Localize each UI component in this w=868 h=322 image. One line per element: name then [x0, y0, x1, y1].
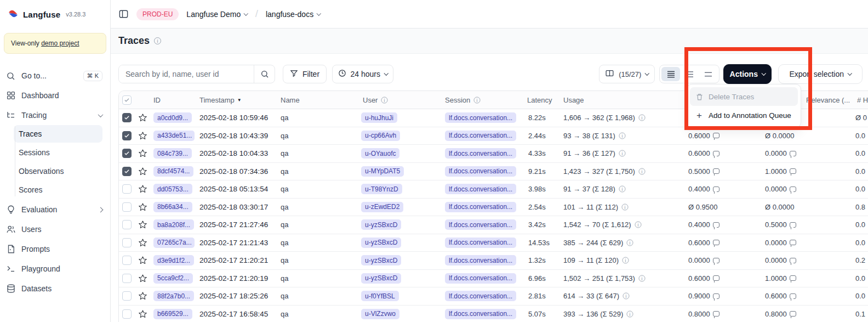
actions-button[interactable]: Actions [723, 64, 772, 84]
time-range-button[interactable]: 24 hours [332, 65, 393, 83]
row-checkbox[interactable] [122, 309, 132, 319]
comment-bubble-icon[interactable] [790, 168, 796, 174]
session-id-badge[interactable]: lf.docs.conversation... [445, 148, 516, 159]
project-switcher[interactable]: langfuse-docs [266, 10, 321, 19]
table-row[interactable]: 88f2a7b0...2025-02-17 18:25:26qau-f0YfBS… [119, 287, 868, 306]
comment-bubble-icon[interactable] [713, 151, 719, 156]
row-checkbox[interactable] [122, 291, 132, 301]
row-checkbox[interactable] [122, 256, 132, 265]
comment-bubble-icon[interactable] [713, 275, 719, 281]
column-header-session[interactable]: Session [445, 96, 470, 104]
trace-id-badge[interactable]: 5cca9cf2... [153, 273, 193, 284]
session-id-badge[interactable]: lf.docs.conversation... [445, 255, 516, 265]
trace-id-badge[interactable]: 88f2a7b0... [153, 291, 194, 301]
user-id-badge[interactable]: u-yzSBxcD [361, 255, 401, 265]
row-height-large-button[interactable] [699, 67, 717, 81]
comment-bubble-icon[interactable] [713, 133, 719, 138]
search-icon[interactable] [254, 65, 275, 83]
row-checkbox[interactable] [122, 274, 132, 283]
column-header-count[interactable]: # H [857, 96, 868, 104]
sidebar-item-dashboard[interactable]: Dashboard [0, 86, 110, 105]
user-id-badge[interactable]: u-yzSBxcD [361, 219, 401, 230]
sidebar-item-evaluation[interactable]: Evaluation [0, 200, 110, 219]
search-input[interactable] [119, 65, 249, 83]
user-id-badge[interactable]: u-cp66Avh [361, 131, 400, 141]
trace-id-badge[interactable]: b669529... [153, 309, 192, 319]
bookmark-star-icon[interactable] [138, 113, 147, 122]
bookmark-star-icon[interactable] [138, 256, 147, 265]
column-header-user[interactable]: User [363, 96, 378, 104]
column-header-timestamp[interactable]: Timestamp [199, 96, 235, 104]
goto-search[interactable]: Go to... ⌘ K [0, 66, 110, 86]
row-checkbox[interactable] [122, 238, 132, 247]
table-row[interactable]: 8dcf4574...2025-02-18 07:34:36qau-MYpDAT… [119, 163, 868, 181]
session-id-badge[interactable]: lf.docs.conversation... [445, 291, 516, 301]
bookmark-star-icon[interactable] [138, 184, 147, 194]
comment-bubble-icon[interactable] [790, 240, 796, 245]
trace-id-badge[interactable]: 8dcf4574... [153, 166, 193, 177]
trace-id-badge[interactable]: a0cd0d9... [153, 112, 192, 123]
user-id-badge[interactable]: u-zEwdED2 [361, 202, 403, 212]
comment-bubble-icon[interactable] [713, 187, 719, 192]
session-id-badge[interactable]: lf.docs.conversation... [445, 166, 516, 177]
column-header-name[interactable]: Name [281, 96, 300, 104]
select-all-checkbox[interactable] [122, 95, 132, 105]
sidebar-item-scores[interactable]: Scores [14, 181, 102, 199]
row-checkbox[interactable] [122, 184, 132, 194]
row-height-medium-button[interactable] [680, 67, 699, 81]
session-id-badge[interactable]: lf.docs.conversation... [445, 238, 516, 248]
comment-bubble-icon[interactable] [713, 240, 719, 245]
trace-id-badge[interactable]: ba8a208f... [153, 219, 194, 230]
table-row[interactable]: b669529...2025-02-17 16:58:45qau-VlZzvwo… [119, 306, 868, 322]
comment-bubble-icon[interactable] [790, 258, 796, 263]
row-checkbox[interactable] [122, 220, 132, 229]
comment-bubble-icon[interactable] [790, 187, 796, 192]
sidebar-item-observations[interactable]: Observations [14, 162, 102, 180]
sidebar-item-users[interactable]: Users [0, 219, 110, 239]
sidebar-item-datasets[interactable]: Datasets [0, 279, 110, 298]
trace-id-badge[interactable]: dd05753... [153, 184, 192, 194]
table-row[interactable]: d3e9d1f2...2025-02-17 21:20:21qau-yzSBxc… [119, 252, 868, 270]
comment-bubble-icon[interactable] [790, 311, 796, 317]
row-checkbox[interactable] [122, 167, 132, 176]
comment-bubble-icon[interactable] [790, 151, 796, 156]
trace-id-badge[interactable]: a433de51... [153, 131, 195, 141]
bookmark-star-icon[interactable] [138, 149, 147, 158]
session-id-badge[interactable]: lf.docs.conversation... [445, 219, 516, 230]
user-id-badge[interactable]: u-MYpDAT5 [361, 166, 404, 177]
row-checkbox[interactable] [122, 131, 132, 140]
session-id-badge[interactable]: lf.docs.conversation... [445, 309, 516, 319]
user-id-badge[interactable]: u-f0YfBSL [361, 291, 399, 301]
table-row[interactable]: a433de51...2025-02-18 10:43:39qau-cp66Av… [119, 127, 868, 145]
search-box[interactable] [118, 65, 275, 83]
session-id-badge[interactable]: lf.docs.conversation... [445, 273, 516, 284]
org-switcher[interactable]: Langfuse Demo [186, 10, 247, 19]
bookmark-star-icon[interactable] [138, 274, 147, 283]
column-header-usage[interactable]: Usage [563, 96, 584, 104]
comment-bubble-icon[interactable] [713, 222, 719, 228]
menu-item-add-to-annotation-queue[interactable]: +Add to Annotation Queue [690, 106, 798, 125]
sidebar-item-playground[interactable]: Playground [0, 259, 110, 279]
table-row[interactable]: ba8a208f...2025-02-17 21:27:46qau-yzSBxc… [119, 216, 868, 234]
comment-bubble-icon[interactable] [790, 222, 796, 228]
sidebar-item-sessions[interactable]: Sessions [14, 144, 102, 161]
trace-id-badge[interactable]: 07265c7a... [153, 238, 195, 248]
column-header-latency[interactable]: Latency [527, 96, 552, 104]
comment-bubble-icon[interactable] [790, 275, 796, 281]
export-selection-button[interactable]: Export selection [778, 64, 863, 84]
sidebar-toggle-icon[interactable] [118, 9, 129, 19]
bookmark-star-icon[interactable] [138, 131, 147, 140]
table-row[interactable]: 084c739...2025-02-18 10:04:33qau-OYauofc… [119, 145, 868, 163]
user-id-badge[interactable]: u-yzSBxcD [361, 238, 401, 248]
sidebar-item-traces[interactable]: Traces [14, 125, 102, 143]
user-id-badge[interactable]: u-huJhuJi [361, 112, 397, 123]
trace-id-badge[interactable]: 8b66a34... [153, 202, 192, 212]
row-checkbox[interactable] [122, 113, 132, 122]
comment-bubble-icon[interactable] [713, 258, 719, 263]
comment-bubble-icon[interactable] [713, 311, 719, 317]
table-row[interactable]: 5cca9cf2...2025-02-17 21:20:19qau-yzSBxc… [119, 270, 868, 288]
session-id-badge[interactable]: lf.docs.conversation... [445, 131, 516, 141]
trace-id-badge[interactable]: 084c739... [153, 148, 192, 159]
row-checkbox[interactable] [122, 202, 132, 212]
row-height-small-button[interactable] [661, 67, 680, 81]
